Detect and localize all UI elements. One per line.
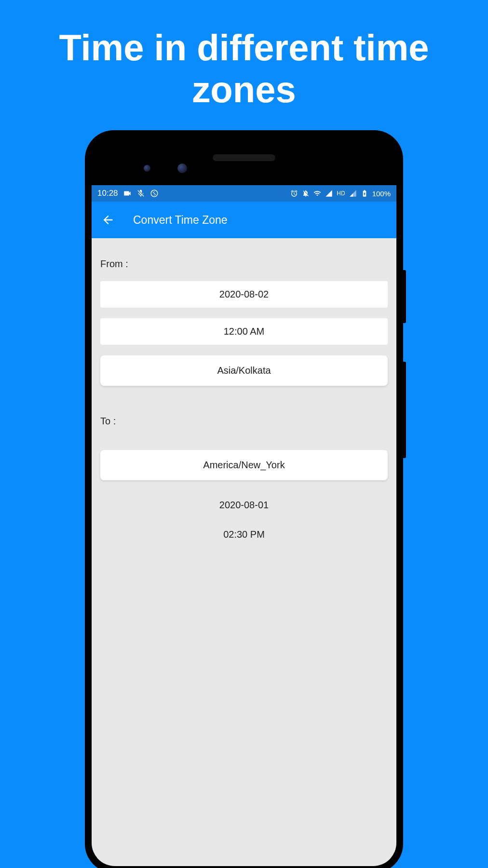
to-label: To : (100, 416, 388, 427)
from-time-field[interactable]: 12:00 AM (100, 318, 388, 345)
from-label: From : (100, 258, 388, 270)
phone-frame: 10:28 HD 100% Convert (85, 130, 403, 868)
hd-label: HD (337, 190, 345, 197)
battery-icon (361, 190, 368, 197)
result-time: 02:30 PM (100, 529, 388, 540)
sync-off-icon (150, 189, 159, 198)
phone-camera (144, 165, 150, 172)
status-bar: 10:28 HD 100% (92, 185, 396, 202)
back-arrow-icon[interactable] (101, 213, 115, 227)
content-area: From : 2020-08-02 12:00 AM Asia/Kolkata … (92, 238, 396, 866)
wifi-icon (313, 190, 321, 197)
phone-speaker (213, 154, 275, 161)
status-time: 10:28 (97, 189, 118, 198)
app-bar-title: Convert Time Zone (133, 214, 228, 227)
signal-icon-2 (349, 190, 357, 197)
alarm-icon (290, 190, 298, 197)
mic-off-icon (136, 189, 145, 198)
battery-percent: 100% (372, 190, 391, 198)
from-zone-field[interactable]: Asia/Kolkata (100, 355, 388, 386)
result-date: 2020-08-01 (100, 500, 388, 511)
from-date-field[interactable]: 2020-08-02 (100, 281, 388, 308)
phone-side-button (403, 362, 406, 458)
app-bar: Convert Time Zone (92, 202, 396, 238)
phone-side-button (403, 270, 406, 323)
notification-off-icon (302, 190, 310, 197)
to-zone-field[interactable]: America/New_York (100, 450, 388, 480)
video-icon (123, 189, 132, 198)
promo-title: Time in different time zones (0, 0, 488, 111)
signal-icon (325, 190, 333, 197)
app-screen: 10:28 HD 100% Convert (92, 185, 396, 866)
phone-camera (177, 163, 187, 173)
